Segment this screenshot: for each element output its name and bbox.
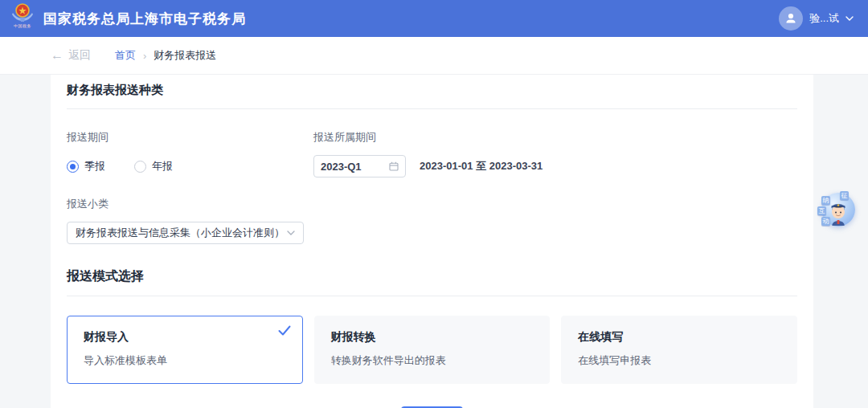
divider bbox=[67, 108, 797, 109]
breadcrumb-current: 财务报表报送 bbox=[154, 48, 216, 63]
period-label: 报送期间 bbox=[67, 130, 313, 145]
divider bbox=[67, 296, 797, 296]
radio-option-quarterly[interactable]: 季报 bbox=[67, 159, 105, 173]
assistant-char: 征 bbox=[840, 191, 849, 200]
subcategory-select[interactable]: 财务报表报送与信息采集（小企业会计准则） bbox=[67, 222, 304, 244]
belong-period-field: 报送所属期间 2023-Q1 2023-01-01 至 2023-03-31 bbox=[313, 130, 542, 177]
assistant-char: 动 bbox=[821, 217, 830, 226]
radio-unselected-icon bbox=[134, 161, 146, 173]
page: 中国税务 国家税务总局上海市电子税务局 验...试 ← 返回 首页 › 财务 bbox=[0, 0, 868, 408]
period-date-input[interactable]: 2023-Q1 bbox=[313, 155, 406, 177]
mode-card-import[interactable]: 财报导入 导入标准模板表单 bbox=[67, 316, 303, 384]
mode-card-title: 财报转换 bbox=[331, 330, 534, 345]
user-menu[interactable]: 验...试 bbox=[779, 6, 854, 31]
back-label: 返回 bbox=[68, 48, 91, 63]
period-radio-group: 季报 年报 bbox=[67, 155, 313, 177]
assistant-char: 互 bbox=[817, 206, 826, 215]
mode-card-desc: 在线填写申报表 bbox=[578, 353, 780, 368]
app-header: 中国税务 国家税务总局上海市电子税务局 验...试 bbox=[0, 0, 868, 37]
subcategory-label: 报送小类 bbox=[67, 197, 797, 211]
subcategory-field: 报送小类 财务报表报送与信息采集（小企业会计准则） bbox=[67, 197, 797, 244]
period-row: 报送期间 季报 年报 报送所属期间 bbox=[67, 130, 797, 177]
assistant-float-button[interactable]: 征 纳 互 动 bbox=[817, 191, 855, 230]
mode-card-title: 财报导入 bbox=[84, 330, 286, 345]
breadcrumb: 首页 › 财务报表报送 bbox=[115, 48, 216, 63]
tax-emblem-logo: 中国税务 bbox=[10, 3, 35, 34]
breadcrumb-bar: ← 返回 首页 › 财务报表报送 bbox=[0, 37, 868, 75]
mode-card-online[interactable]: 在线填写 在线填写申报表 bbox=[561, 316, 797, 384]
calendar-icon bbox=[389, 161, 399, 171]
section-title-mode: 报送模式选择 bbox=[67, 268, 797, 285]
tax-emblem-icon bbox=[11, 3, 34, 24]
mode-card-title: 在线填写 bbox=[578, 330, 780, 345]
back-arrow-icon: ← bbox=[51, 50, 63, 61]
period-date-range: 2023-01-01 至 2023-03-31 bbox=[420, 159, 542, 173]
radio-label: 季报 bbox=[84, 159, 105, 173]
mode-card-convert[interactable]: 财报转换 转换财务软件导出的报表 bbox=[314, 316, 551, 384]
belong-period-line: 2023-Q1 2023-01-01 至 2023-03-31 bbox=[313, 155, 542, 177]
logo-caption: 中国税务 bbox=[14, 24, 31, 28]
main-content: 财务报表报送种类 报送期间 季报 年报 bbox=[51, 75, 813, 408]
app-title: 国家税务总局上海市电子税务局 bbox=[43, 10, 246, 28]
belong-period-label: 报送所属期间 bbox=[313, 130, 542, 145]
radio-selected-icon bbox=[67, 161, 79, 173]
subcategory-value: 财务报表报送与信息采集（小企业会计准则） bbox=[76, 226, 285, 240]
user-avatar bbox=[779, 6, 803, 31]
person-icon bbox=[784, 11, 798, 26]
check-icon bbox=[278, 324, 291, 339]
back-button[interactable]: ← 返回 bbox=[51, 48, 91, 63]
radio-label: 年报 bbox=[152, 159, 173, 173]
section-title-report-kind: 财务报表报送种类 bbox=[67, 75, 797, 98]
page-body: 财务报表报送种类 报送期间 季报 年报 bbox=[0, 75, 868, 408]
breadcrumb-home-link[interactable]: 首页 bbox=[115, 48, 136, 63]
assistant-char: 纳 bbox=[821, 196, 830, 205]
period-field: 报送期间 季报 年报 bbox=[67, 130, 313, 177]
chevron-down-icon bbox=[287, 231, 295, 235]
mode-card-desc: 导入标准模板表单 bbox=[84, 353, 286, 368]
breadcrumb-separator: › bbox=[143, 50, 146, 62]
period-date-value: 2023-Q1 bbox=[321, 161, 362, 173]
radio-option-annual[interactable]: 年报 bbox=[134, 159, 173, 173]
chevron-down-icon bbox=[845, 16, 854, 21]
user-name: 验...试 bbox=[809, 11, 839, 26]
mode-cards: 财报导入 导入标准模板表单 财报转换 转换财务软件导出的报表 在线填写 在线填写… bbox=[67, 316, 797, 384]
mode-card-desc: 转换财务软件导出的报表 bbox=[331, 353, 534, 368]
